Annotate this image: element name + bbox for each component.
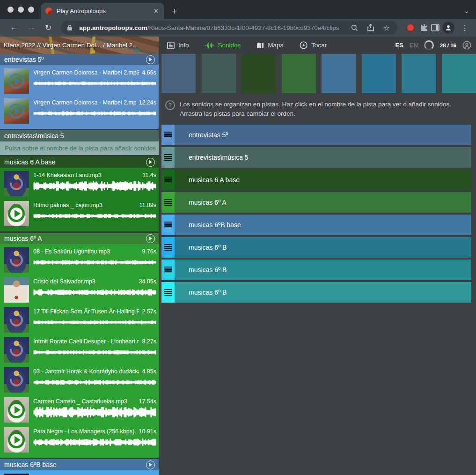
clip-item[interactable]: 17 Till Flickan Som Är Tusen År-Halling … [0, 306, 159, 336]
clip-item[interactable]: Carmen Carreto _ Castañuelas.mp3 17.54s [0, 396, 159, 426]
clip-title: Ritmo palmas _ cajón.mp3 [33, 202, 136, 208]
url-path: /Kleos-Santa-Marina/07b6333c-1f00-4927-8… [147, 24, 339, 31]
section-play-button[interactable] [146, 55, 155, 64]
track-drag-handle[interactable] [161, 170, 175, 190]
sidebar-section: entrevistas\música 5 Pulsa sobre el nomb… [0, 130, 159, 155]
clip-item[interactable]: 1-14 Khakasian Land.mp3 11.4s [0, 170, 159, 200]
track-row[interactable]: musicas 6º B [161, 237, 471, 258]
section-header[interactable]: musicas 6ºB base [0, 459, 159, 470]
palette-square[interactable] [282, 54, 316, 93]
clip-title: Cristo del Salvador.mp3 [33, 278, 136, 285]
palette-square[interactable] [202, 54, 236, 93]
forward-button[interactable]: → [24, 23, 39, 32]
lock-icon [67, 24, 75, 31]
extensions-puzzle-icon[interactable] [420, 23, 428, 32]
tab-close-icon[interactable]: ✕ [153, 7, 160, 15]
zoom-page-icon[interactable] [348, 24, 361, 31]
clip-item[interactable]: Cristo del Salvador.mp3 34.05s [0, 276, 159, 306]
bookmark-star-icon[interactable]: ☆ [381, 23, 393, 32]
section-header[interactable]: entrevistas\música 5 [0, 130, 159, 141]
clip-item[interactable]: BASE Pata Negra - Los Managers 3.77s [0, 472, 159, 475]
track-label: entrevistas 5º [189, 131, 228, 139]
track-row[interactable]: musicas 6º B [161, 282, 471, 303]
browser-menu-icon[interactable]: ⋮ [457, 23, 470, 32]
recording-indicator-icon[interactable] [406, 23, 415, 32]
header-right: ES EN 28 / 16 [395, 40, 476, 50]
tab-mapa[interactable]: Mapa [256, 42, 284, 49]
clip-item[interactable]: Virgen Carmen Dolorosa - Maribel 2.mp3 1… [0, 97, 159, 127]
section-play-button[interactable] [146, 460, 155, 469]
clip-item[interactable]: Ritmo palmas _ cajón.mp3 11.89s [0, 200, 159, 230]
clip-play-overlay-icon [4, 397, 29, 423]
clip-item[interactable]: 03 - Jaromír Horák & Konrádyho dudácká .… [0, 366, 159, 396]
window-zoom-button[interactable] [28, 7, 34, 13]
clip-thumbnail[interactable] [4, 68, 29, 94]
tab-info[interactable]: Info [167, 42, 189, 49]
tab-tocar[interactable]: Tocar [300, 41, 327, 49]
section-play-button[interactable] [146, 158, 155, 167]
section-play-button[interactable] [146, 234, 155, 243]
palette-square[interactable] [402, 54, 436, 93]
clip-thumbnail[interactable] [4, 307, 29, 333]
back-button[interactable]: ← [7, 23, 22, 32]
palette-square[interactable] [322, 54, 356, 93]
tab-search-chevron-icon[interactable]: ⌄ [463, 7, 469, 15]
lang-es-button[interactable]: ES [395, 42, 403, 49]
clip-item[interactable]: 08 - Es Sakūru Uguntiņu.mp3 9.76s [0, 246, 159, 276]
track-drag-handle[interactable] [161, 147, 175, 168]
track-label: musicas 6ºB base [189, 221, 241, 229]
clip-thumbnail[interactable] [4, 337, 29, 363]
clip-item[interactable]: Pata Negra - Los Managers (256 kbps).mp3… [0, 426, 159, 456]
account-icon[interactable] [462, 41, 471, 50]
breadcrumb[interactable]: Kleos 2022 // Virgen Carmen Dol... / Mar… [4, 42, 138, 49]
clip-thumbnail[interactable] [4, 201, 29, 226]
track-row[interactable]: entrevistas\música 5 [161, 147, 471, 168]
clip-item[interactable]: Virgen Carmen Dolorosa - Maribel 2.mp3 4… [0, 67, 159, 97]
track-drag-handle[interactable] [161, 215, 175, 235]
clip-play-overlay-icon [4, 307, 29, 333]
new-tab-button[interactable]: + [164, 6, 185, 19]
drag-handle-icon [164, 244, 172, 251]
profile-avatar[interactable] [442, 22, 454, 34]
section-header[interactable]: entrevistas 5º [0, 54, 159, 65]
track-drag-handle[interactable] [161, 192, 175, 213]
track-drag-handle[interactable] [161, 260, 175, 280]
clip-thumbnail[interactable] [4, 171, 29, 196]
clip-thumbnail[interactable] [4, 277, 29, 303]
clip-play-overlay-icon [4, 367, 29, 393]
share-icon[interactable] [365, 24, 377, 31]
clip-body: 03 - Jaromír Horák & Konrádyho dudácká .… [33, 367, 156, 387]
track-row[interactable]: entrevistas 5º [161, 125, 471, 145]
palette-square[interactable] [242, 54, 276, 93]
clip-body: Cristo del Salvador.mp3 34.05s [33, 277, 156, 297]
track-row[interactable]: musicas 6º B [161, 260, 471, 280]
clip-item[interactable]: Introit Rorate Caeli Desuper - Lionheart… [0, 336, 159, 366]
help-icon: ? [165, 100, 175, 110]
lang-en-button[interactable]: EN [410, 42, 418, 49]
section-header[interactable]: musicas 6 A base [0, 156, 159, 168]
track-label: musicas 6º B [189, 244, 227, 251]
tab-sonidos[interactable]: Sonidos [205, 42, 241, 49]
window-minimize-button[interactable] [18, 7, 24, 13]
track-drag-handle[interactable] [161, 125, 175, 145]
palette-square[interactable] [442, 54, 476, 93]
map-preview-banner[interactable]: Kleos 2022 // Virgen Carmen Dol... / Mar… [0, 37, 159, 54]
reload-button[interactable]: ↻ [41, 23, 55, 33]
window-close-button[interactable] [7, 7, 14, 13]
palette-square[interactable] [161, 54, 196, 93]
palette-square[interactable] [362, 54, 396, 93]
browser-tab[interactable]: Play Antropoloops ✕ [41, 3, 164, 19]
address-bar[interactable]: app.antropoloops.com/Kleos-Santa-Marina/… [61, 21, 397, 35]
section-header[interactable]: musicas 6º A [0, 233, 159, 244]
clip-thumbnail[interactable] [4, 247, 29, 273]
clip-thumbnail[interactable] [4, 367, 29, 393]
side-panel-icon[interactable] [431, 24, 439, 31]
track-drag-handle[interactable] [161, 282, 175, 303]
clip-thumbnail[interactable] [4, 397, 29, 423]
clip-thumbnail[interactable] [4, 98, 29, 124]
clip-thumbnail[interactable] [4, 427, 29, 453]
track-row[interactable]: musicas 6 A base [161, 170, 471, 190]
track-row[interactable]: musicas 6ºB base [161, 215, 471, 235]
track-row[interactable]: musicas 6º A [161, 192, 471, 213]
track-drag-handle[interactable] [161, 237, 175, 258]
